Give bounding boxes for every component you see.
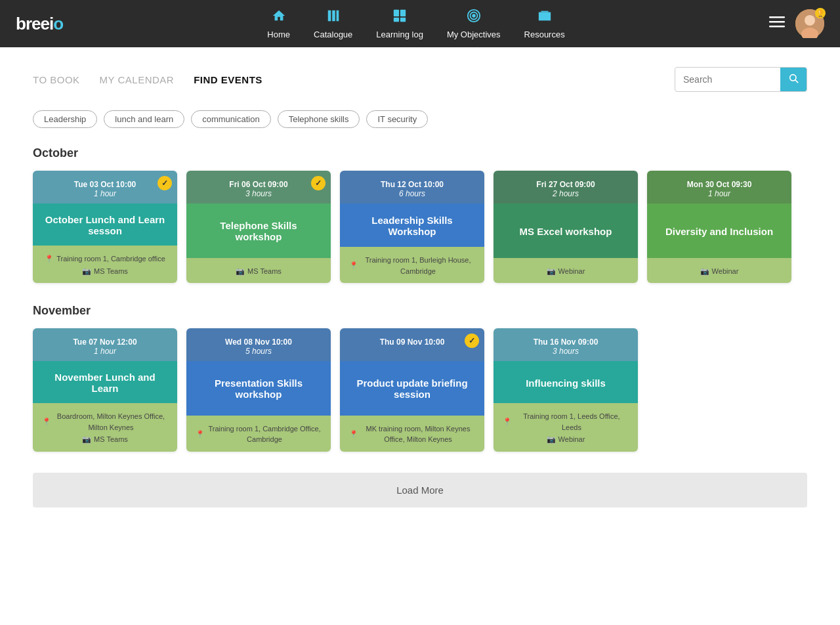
tag-leadership[interactable]: Leadership xyxy=(33,110,97,128)
card-oct-diversity-inclusion[interactable]: Mon 30 Oct 09:30 1 hour Diversity and In… xyxy=(647,171,791,283)
tab-find-events[interactable]: FIND EVENTS xyxy=(194,74,262,85)
nav-label-home: Home xyxy=(267,30,290,39)
footer-location: 📍 Training room 1, Leeds Office, Leeds xyxy=(503,411,629,433)
card-title: Telephone Skills workshop xyxy=(186,204,331,258)
nav-label-learning-log: Learning log xyxy=(376,30,423,39)
tag-filters: Leadership lunch and learn communication… xyxy=(33,110,807,128)
main-content: TO BOOK MY CALENDAR FIND EVENTS Leadersh… xyxy=(0,47,840,625)
card-duration: 2 hours xyxy=(503,189,629,198)
user-avatar-container[interactable]: 🏆 xyxy=(795,9,824,38)
card-date: Fri 06 Oct 09:00 xyxy=(196,180,322,189)
svg-rect-4 xyxy=(400,9,406,16)
card-oct-telephone-skills[interactable]: Fri 06 Oct 09:00 3 hours ✓ Telephone Ski… xyxy=(186,171,331,283)
video-icon: 📷 xyxy=(547,434,556,445)
pin-icon: 📍 xyxy=(196,429,205,440)
pin-icon: 📍 xyxy=(349,429,358,440)
card-nov-influencing-skills[interactable]: Thu 16 Nov 09:00 3 hours Influencing ski… xyxy=(494,328,638,452)
svg-rect-5 xyxy=(394,17,399,21)
video-icon: 📷 xyxy=(547,266,556,277)
card-date: Thu 12 Oct 10:00 xyxy=(349,180,475,189)
footer-platform: 📷 Webinar xyxy=(503,434,629,445)
footer-platform: 📷 MS Teams xyxy=(42,434,168,445)
card-header: Thu 16 Nov 09:00 3 hours xyxy=(494,328,638,361)
card-nov-presentation-skills[interactable]: Wed 08 Nov 10:00 5 hours Presentation Sk… xyxy=(186,328,331,452)
card-duration: 3 hours xyxy=(196,189,322,198)
card-footer: 📍 Training room 1, Leeds Office, Leeds 📷… xyxy=(494,403,638,452)
video-icon: 📷 xyxy=(700,266,709,277)
card-header: Mon 30 Oct 09:30 1 hour xyxy=(647,171,791,204)
card-title: Presentation Skills workshop xyxy=(186,361,331,416)
tag-communication[interactable]: communication xyxy=(191,110,270,128)
card-duration: 1 hour xyxy=(42,189,168,198)
card-footer: 📷 MS Teams xyxy=(186,258,331,284)
svg-rect-0 xyxy=(327,10,331,21)
card-footer: 📍 Training room 1, Burleigh House, Cambr… xyxy=(340,247,484,283)
video-icon: 📷 xyxy=(82,434,91,445)
logo-text: breei xyxy=(16,14,53,33)
card-header: Thu 09 Nov 10:00 ✓ xyxy=(340,328,484,361)
nav-item-home[interactable]: Home xyxy=(267,9,290,39)
svg-point-14 xyxy=(805,15,815,26)
logo[interactable]: breeio xyxy=(16,14,63,34)
card-header: Fri 06 Oct 09:00 3 hours ✓ xyxy=(186,171,331,204)
card-date: Tue 07 Nov 12:00 xyxy=(42,337,168,347)
card-header: Tue 03 Oct 10:00 1 hour ✓ xyxy=(33,171,177,204)
october-cards: Tue 03 Oct 10:00 1 hour ✓ October Lunch … xyxy=(33,171,807,283)
hamburger-menu[interactable] xyxy=(769,14,785,33)
card-header: Wed 08 Nov 10:00 5 hours xyxy=(186,328,331,361)
search-input[interactable] xyxy=(675,69,780,90)
pin-icon: 📍 xyxy=(349,260,358,271)
card-title: Diversity and Inclusion xyxy=(647,204,791,258)
pin-icon: 📍 xyxy=(503,416,512,427)
search-bar xyxy=(675,67,807,92)
card-nov-lunch-learn[interactable]: Tue 07 Nov 12:00 1 hour November Lunch a… xyxy=(33,328,177,452)
pin-icon: 📍 xyxy=(42,416,51,427)
video-icon: 📷 xyxy=(82,266,91,277)
tab-bar: TO BOOK MY CALENDAR FIND EVENTS xyxy=(33,67,807,92)
card-header: Fri 27 Oct 09:00 2 hours xyxy=(494,171,638,204)
nav-items: Home Catalogue Learning log My Objective… xyxy=(267,9,564,39)
load-more-button[interactable]: Load More xyxy=(33,473,807,507)
nav-label-catalogue: Catalogue xyxy=(314,30,352,39)
card-nov-product-update[interactable]: Thu 09 Nov 10:00 ✓ Product update briefi… xyxy=(340,328,484,452)
svg-rect-10 xyxy=(769,16,785,18)
footer-location: 📍 Training room 1, Cambridge office xyxy=(42,253,168,265)
card-footer: 📍 Boardroom, Milton Keynes Office, Milto… xyxy=(33,403,177,452)
nav-item-resources[interactable]: Resources xyxy=(524,9,565,39)
card-oct-leadership-skills[interactable]: Thu 12 Oct 10:00 6 hours Leadership Skil… xyxy=(340,171,484,283)
tab-my-calendar[interactable]: MY CALENDAR xyxy=(100,74,175,85)
search-button[interactable] xyxy=(780,68,807,91)
card-footer: 📍 MK training room, Milton Keynes Office… xyxy=(340,416,484,452)
nav-right: 🏆 xyxy=(769,9,824,38)
nav-item-objectives[interactable]: My Objectives xyxy=(447,9,501,39)
section-november: November Tue 07 Nov 12:00 1 hour Novembe… xyxy=(33,304,807,452)
footer-location: 📍 Training room 1, Burleigh House, Cambr… xyxy=(349,255,475,276)
learning-log-icon xyxy=(392,9,407,27)
card-duration: 1 hour xyxy=(656,189,782,198)
logo-highlight: o xyxy=(53,14,63,33)
objectives-icon xyxy=(467,9,481,27)
card-title: MS Excel workshop xyxy=(494,204,638,258)
footer-platform: 📷 MS Teams xyxy=(196,266,322,277)
november-cards: Tue 07 Nov 12:00 1 hour November Lunch a… xyxy=(33,328,807,452)
nav-item-learning-log[interactable]: Learning log xyxy=(376,9,423,39)
nav-item-catalogue[interactable]: Catalogue xyxy=(314,9,352,39)
card-header: Tue 07 Nov 12:00 1 hour xyxy=(33,328,177,361)
svg-rect-6 xyxy=(400,17,406,21)
card-title: Product update briefing session xyxy=(340,361,484,416)
card-duration: 1 hour xyxy=(42,347,168,356)
card-oct-lunch-learn[interactable]: Tue 03 Oct 10:00 1 hour ✓ October Lunch … xyxy=(33,171,177,283)
tag-telephone-skills[interactable]: Telephone skills xyxy=(278,110,360,128)
pin-icon: 📍 xyxy=(45,253,54,265)
card-date: Mon 30 Oct 09:30 xyxy=(656,180,782,189)
nav-label-resources: Resources xyxy=(524,30,565,39)
catalogue-icon xyxy=(326,9,341,27)
card-footer: 📍 Training room 1, Cambridge Office, Cam… xyxy=(186,416,331,452)
svg-rect-2 xyxy=(336,10,339,21)
tab-to-book[interactable]: TO BOOK xyxy=(33,74,80,85)
card-title: Leadership Skills Workshop xyxy=(340,204,484,247)
tag-it-security[interactable]: IT security xyxy=(366,110,428,128)
tag-lunch-and-learn[interactable]: lunch and learn xyxy=(104,110,184,128)
section-title-october: October xyxy=(33,146,807,160)
card-oct-ms-excel[interactable]: Fri 27 Oct 09:00 2 hours MS Excel worksh… xyxy=(494,171,638,283)
